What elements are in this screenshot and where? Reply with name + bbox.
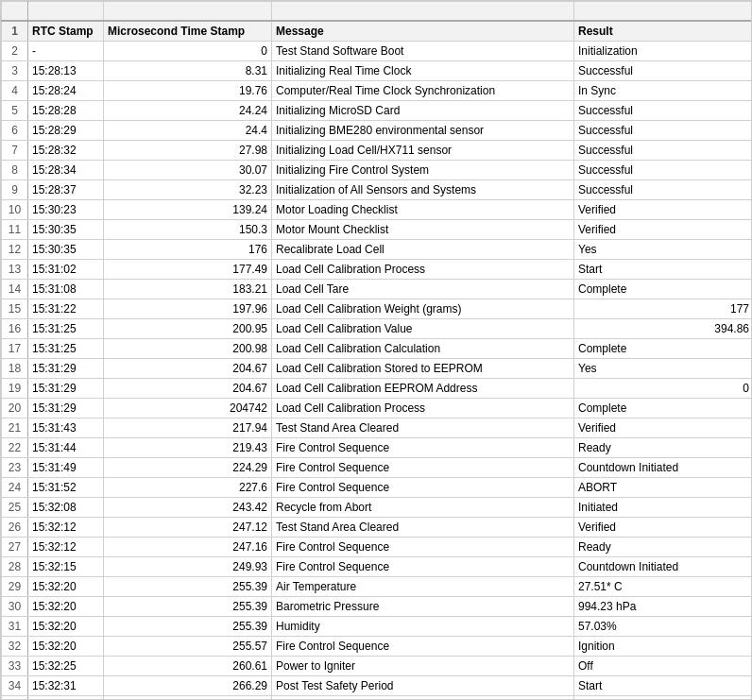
cell-result[interactable]: Initiated [574,497,753,517]
table-row[interactable]: 1415:31:08183.21Load Cell TareComplete [2,279,753,299]
cell-rtc-stamp[interactable]: 15:32:08 [28,497,104,517]
cell-rtc-stamp[interactable]: 15:31:44 [28,437,104,457]
cell-microsecond[interactable]: 177.49 [104,259,272,279]
cell-result[interactable]: Ready [574,537,753,556]
cell-microsecond[interactable]: 200.95 [104,318,272,338]
cell-microsecond[interactable]: 249.93 [104,556,272,576]
cell-result[interactable]: Yes [574,239,753,259]
table-row[interactable]: 2615:32:12247.12Test Stand Area ClearedV… [2,517,753,537]
col-header-b[interactable] [104,2,272,21]
cell-rtc-stamp[interactable]: 15:28:24 [28,80,104,100]
cell-result[interactable]: 177 [574,299,753,318]
cell-rtc-stamp[interactable]: 15:31:08 [28,279,104,299]
cell-rtc-stamp[interactable]: 15:32:20 [28,596,104,616]
cell-message[interactable]: Recalibrate Load Cell [272,239,574,259]
cell-microsecond[interactable]: 217.94 [104,418,272,437]
table-row[interactable]: 3415:32:31266.29Post Test Safety PeriodS… [2,675,753,695]
cell-result[interactable]: Complete [574,398,753,418]
cell-result[interactable]: ABORT [574,477,753,497]
cell-microsecond[interactable]: 255.57 [104,636,272,656]
cell-microsecond[interactable]: 24.24 [104,100,272,120]
cell-result[interactable]: Yes [574,358,753,378]
cell-microsecond[interactable]: 27.98 [104,140,272,160]
cell-rtc-stamp[interactable]: 15:32:15 [28,556,104,576]
cell-microsecond[interactable]: 219.43 [104,437,272,457]
table-row[interactable]: 2315:31:49224.29Fire Control SequenceCou… [2,457,753,477]
cell-message[interactable]: Initializing MicroSD Card [272,100,574,120]
cell-microsecond[interactable]: 255.39 [104,596,272,616]
cell-rtc-stamp[interactable]: 15:28:28 [28,100,104,120]
cell-message[interactable]: Barometric Pressure [272,596,574,616]
cell-result[interactable]: Ready [574,437,753,457]
cell-message[interactable]: Power to Igniter [272,656,574,675]
cell-rtc-stamp[interactable]: 15:31:25 [28,318,104,338]
cell-message[interactable]: Load Cell Calibration Process [272,259,574,279]
cell-message[interactable]: Recycle from Abort [272,497,574,517]
table-row[interactable]: 2015:31:29204742Load Cell Calibration Pr… [2,398,753,418]
table-row[interactable]: 3315:32:25260.61Power to IgniterOff [2,656,753,675]
table-row[interactable]: 1915:31:29204.67Load Cell Calibration EE… [2,378,753,398]
cell-message[interactable]: Motor Mount Checklist [272,219,574,239]
cell-message[interactable]: Post Test Safety Period [272,675,574,695]
cell-microsecond[interactable]: 247.16 [104,537,272,556]
cell-message[interactable]: Initializing Real Time Clock [272,60,574,80]
col-header-a[interactable] [28,2,104,21]
cell-rtc-stamp[interactable]: 15:30:35 [28,239,104,259]
cell-microsecond[interactable]: 32.23 [104,179,272,199]
cell-message[interactable]: Initializing BME280 environmental sensor [272,120,574,140]
cell-result[interactable]: Countdown Initiated [574,556,753,576]
table-row[interactable]: 2115:31:43217.94Test Stand Area ClearedV… [2,418,753,437]
table-row[interactable]: 3115:32:20255.39Humidity57.03% [2,616,753,636]
cell-rtc-stamp[interactable]: 15:31:29 [28,358,104,378]
cell-rtc-stamp[interactable]: 15:31:22 [28,299,104,318]
cell-result[interactable]: 994.23 hPa [574,596,753,616]
cell-result[interactable]: Initialization [574,41,753,60]
cell-message[interactable]: Initializing Fire Control System [272,160,574,179]
cell-message[interactable]: Fire Control Sequence [272,636,574,656]
cell-message[interactable]: Load Cell Calibration Stored to EEPROM [272,358,574,378]
cell-microsecond[interactable]: 0 [104,41,272,60]
cell-microsecond[interactable]: 139.24 [104,199,272,219]
cell-rtc-stamp[interactable]: 15:28:37 [28,179,104,199]
table-row[interactable]: 515:28:2824.24Initializing MicroSD CardS… [2,100,753,120]
cell-rtc-stamp[interactable]: 15:30:23 [28,199,104,219]
table-row[interactable]: 615:28:2924.4Initializing BME280 environ… [2,120,753,140]
cell-message[interactable]: Test Stand Area Cleared [272,517,574,537]
cell-rtc-stamp[interactable]: 15:31:29 [28,398,104,418]
cell-result[interactable]: Countdown Initiated [574,457,753,477]
table-row[interactable]: 1715:31:25200.98Load Cell Calibration Ca… [2,338,753,358]
cell-rtc-stamp[interactable]: 15:31:43 [28,418,104,437]
cell-result[interactable]: 27.51* C [574,576,753,596]
cell-rtc-stamp[interactable]: 15:32:20 [28,616,104,636]
table-row[interactable]: 1515:31:22197.96Load Cell Calibration We… [2,299,753,318]
cell-rtc-stamp[interactable]: 15:28:13 [28,60,104,80]
cell-rtc-stamp[interactable]: 15:31:25 [28,338,104,358]
cell-result[interactable]: Successful [574,60,753,80]
cell-microsecond[interactable]: 243.42 [104,497,272,517]
cell-result[interactable]: Verified [574,219,753,239]
table-row[interactable]: 1215:30:35176Recalibrate Load CellYes [2,239,753,259]
cell-microsecond[interactable]: 176 [104,239,272,259]
cell-rtc-stamp[interactable]: 15:32:20 [28,636,104,656]
table-row[interactable]: 2815:32:15249.93Fire Control SequenceCou… [2,556,753,576]
cell-result[interactable]: In Sync [574,80,753,100]
cell-message[interactable]: Initializing Load Cell/HX711 sensor [272,140,574,160]
cell-microsecond[interactable]: 19.76 [104,80,272,100]
table-row[interactable]: 715:28:3227.98Initializing Load Cell/HX7… [2,140,753,160]
cell-rtc-stamp[interactable]: 15:32:12 [28,537,104,556]
cell-microsecond[interactable]: 183.21 [104,279,272,299]
table-row[interactable]: 1015:30:23139.24Motor Loading ChecklistV… [2,199,753,219]
cell-message[interactable]: Test Stand Area Cleared [272,418,574,437]
table-row[interactable]: 315:28:138.31Initializing Real Time Cloc… [2,60,753,80]
cell-rtc-stamp[interactable]: 15:31:29 [28,378,104,398]
cell-result[interactable]: Successful [574,179,753,199]
cell-result[interactable]: Successful [574,140,753,160]
cell-microsecond[interactable]: 30.07 [104,160,272,179]
cell-rtc-stamp[interactable]: 15:28:29 [28,120,104,140]
cell-result[interactable]: Complete [574,279,753,299]
cell-message[interactable]: Load Cell Calibration Calculation [272,338,574,358]
col-header-c[interactable] [272,2,574,21]
cell-rtc-stamp[interactable]: 15:31:52 [28,477,104,497]
cell-result[interactable]: 0 [574,378,753,398]
cell-message[interactable]: Load Cell Calibration Process [272,398,574,418]
